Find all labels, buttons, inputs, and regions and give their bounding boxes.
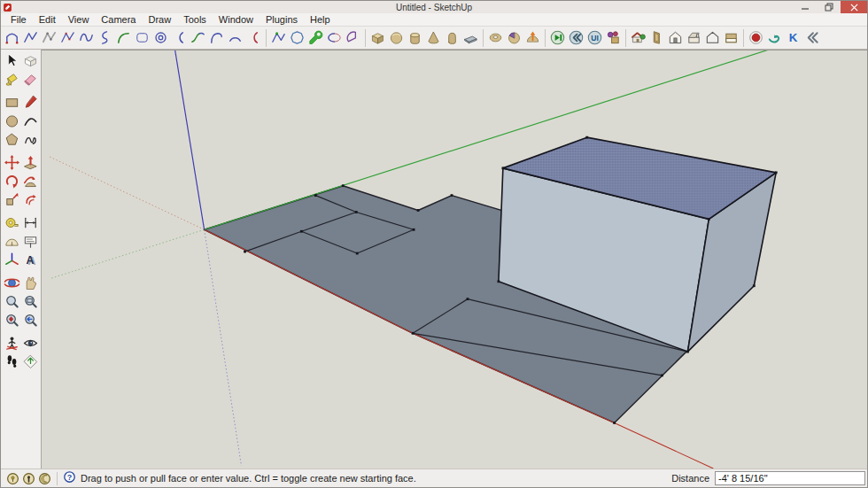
zoom-window-tool-button[interactable] bbox=[21, 292, 40, 311]
help-icon[interactable]: ? bbox=[63, 470, 81, 487]
ui-circle-button[interactable]: UI bbox=[585, 28, 604, 48]
bezier-arch-button[interactable] bbox=[3, 28, 21, 48]
spiral-button[interactable] bbox=[151, 28, 170, 48]
arc-small-button[interactable] bbox=[226, 28, 244, 48]
solid-capsule-button[interactable] bbox=[443, 28, 461, 48]
viewport-3d[interactable] bbox=[42, 50, 867, 469]
move-tool-button[interactable] bbox=[3, 153, 21, 172]
polyline-blue-button[interactable] bbox=[21, 28, 40, 48]
menu-plugins[interactable]: Plugins bbox=[260, 13, 304, 27]
vertex-point bbox=[775, 171, 778, 174]
curve-wave-button[interactable] bbox=[77, 28, 96, 48]
arc-c-blue-button[interactable] bbox=[170, 28, 189, 48]
menu-help[interactable]: Help bbox=[304, 13, 337, 27]
text-tool-button[interactable] bbox=[21, 232, 40, 251]
person-circle-icon[interactable] bbox=[22, 472, 35, 485]
zoom-extents-tool-button[interactable] bbox=[3, 311, 21, 329]
eraser-tool-button[interactable] bbox=[21, 70, 40, 89]
select-tool-button[interactable] bbox=[3, 51, 21, 70]
record-dot-button[interactable] bbox=[747, 28, 765, 48]
offset-tool-button[interactable] bbox=[21, 190, 40, 209]
house-front-button[interactable] bbox=[666, 28, 685, 48]
freehand-tool-button[interactable] bbox=[21, 130, 40, 149]
curve-diag-button[interactable] bbox=[189, 28, 207, 48]
dome-arrow-button[interactable] bbox=[523, 28, 542, 48]
rectangle-tool-button[interactable] bbox=[3, 93, 21, 112]
menu-view[interactable]: View bbox=[62, 13, 96, 27]
polyline-nodes-button[interactable] bbox=[58, 28, 77, 48]
solid-slab-button[interactable] bbox=[461, 28, 480, 48]
menu-tools[interactable]: Tools bbox=[177, 13, 213, 27]
solid-wedge-button[interactable] bbox=[505, 28, 523, 48]
zoom-tool-button[interactable] bbox=[3, 292, 21, 311]
pan-tool-button[interactable] bbox=[21, 274, 40, 292]
chevrons-collapse-button[interactable] bbox=[802, 28, 821, 48]
curve-hook-button[interactable] bbox=[207, 28, 226, 48]
wrench-button[interactable] bbox=[306, 28, 325, 48]
solid-donut-button[interactable] bbox=[486, 28, 505, 48]
line-tool-button[interactable] bbox=[21, 93, 40, 112]
circle-tool-button[interactable] bbox=[3, 112, 21, 130]
crescent-circle-icon[interactable] bbox=[38, 472, 51, 485]
house-tree-button[interactable] bbox=[629, 28, 647, 48]
box-lid-button[interactable] bbox=[685, 28, 703, 48]
rewind-circle-button[interactable] bbox=[567, 28, 585, 48]
make-component-tool-button[interactable] bbox=[21, 51, 40, 70]
rotate-tool-button[interactable] bbox=[3, 172, 21, 190]
menu-edit[interactable]: Edit bbox=[33, 13, 62, 27]
dimension-tool-button[interactable] bbox=[21, 213, 40, 232]
house-outline-button[interactable] bbox=[703, 28, 722, 48]
3d-text-tool-button[interactable]: AA bbox=[21, 251, 40, 269]
arc-pie-button[interactable] bbox=[344, 28, 362, 48]
rounded-rect-button[interactable] bbox=[133, 28, 151, 48]
arc-tool-button[interactable] bbox=[21, 112, 40, 130]
measurement-input[interactable] bbox=[715, 471, 865, 485]
close-button[interactable] bbox=[841, 1, 867, 13]
follow-me-tool-button[interactable] bbox=[21, 172, 40, 190]
vertex-point bbox=[355, 211, 358, 213]
polygon-outline-button[interactable] bbox=[288, 28, 306, 48]
zoom-previous-tool-button[interactable] bbox=[21, 311, 40, 329]
walk-tool-button[interactable] bbox=[3, 352, 21, 371]
protractor-tool-button[interactable] bbox=[3, 232, 21, 251]
menu-file[interactable]: File bbox=[4, 13, 33, 27]
scene-canvas[interactable] bbox=[42, 50, 867, 469]
polyline-blue-icon bbox=[22, 29, 39, 46]
arrow-s-green-button[interactable] bbox=[765, 28, 784, 48]
arc-c-red-button[interactable] bbox=[244, 28, 263, 48]
axes-tool-button[interactable] bbox=[3, 251, 21, 269]
look-around-tool-button[interactable] bbox=[21, 334, 40, 352]
scale-tool-button[interactable] bbox=[3, 190, 21, 209]
geo-circle-icon[interactable] bbox=[6, 472, 19, 485]
plugins-cluster-button[interactable] bbox=[604, 28, 623, 48]
restore-button[interactable] bbox=[817, 1, 841, 13]
menu-window[interactable]: Window bbox=[213, 13, 260, 27]
play-circle-button[interactable] bbox=[548, 28, 567, 48]
status-bar: ? Drag to push or pull face or enter val… bbox=[1, 469, 867, 487]
slab-front-button[interactable] bbox=[722, 28, 740, 48]
section-plane-tool-button[interactable] bbox=[21, 352, 40, 371]
door-panel-button[interactable] bbox=[647, 28, 666, 48]
k-blue-button[interactable]: K bbox=[784, 28, 802, 48]
minimize-button[interactable] bbox=[793, 1, 817, 13]
paint-bucket-tool-button[interactable] bbox=[3, 70, 21, 89]
menu-draw[interactable]: Draw bbox=[142, 13, 177, 27]
polygon-tool-button[interactable] bbox=[3, 130, 21, 149]
orbit-tool-button[interactable] bbox=[3, 274, 21, 292]
vertex-point bbox=[661, 375, 663, 377]
tape-measure-tool-button[interactable] bbox=[3, 213, 21, 232]
menu-camera[interactable]: Camera bbox=[95, 13, 142, 27]
polyline-dot-button[interactable] bbox=[269, 28, 288, 48]
solid-box-button[interactable] bbox=[368, 28, 387, 48]
svg-text:A: A bbox=[27, 254, 35, 267]
position-camera-tool-button[interactable] bbox=[3, 334, 21, 352]
ellipse-red-button[interactable] bbox=[325, 28, 344, 48]
curve-s-button[interactable] bbox=[96, 28, 114, 48]
solid-cylinder-button[interactable] bbox=[406, 28, 424, 48]
polyline-gray-button[interactable] bbox=[40, 28, 58, 48]
solid-cone-button[interactable] bbox=[424, 28, 443, 48]
solid-sphere-button[interactable] bbox=[387, 28, 406, 48]
push-pull-tool-button[interactable] bbox=[21, 153, 40, 172]
offset-icon bbox=[22, 191, 39, 208]
arc-green-button[interactable] bbox=[114, 28, 133, 48]
